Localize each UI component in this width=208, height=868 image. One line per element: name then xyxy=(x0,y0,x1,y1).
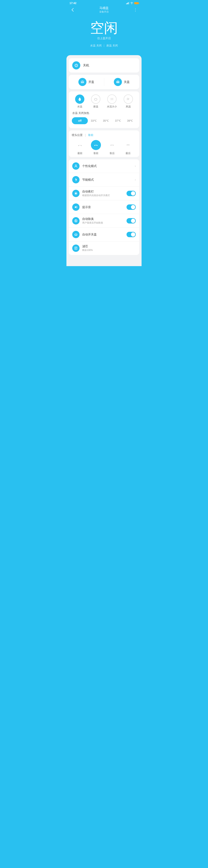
power-row[interactable]: 关机 xyxy=(69,58,139,72)
nozzle-title: 喷头位置 xyxy=(72,133,82,137)
feature-seat-item[interactable]: 座温 xyxy=(91,94,100,108)
status-bar: 17:42 xyxy=(66,0,142,5)
settings-auto-lid[interactable]: 自动开关盖 xyxy=(69,228,139,242)
open-lid-button[interactable]: 开盖 xyxy=(69,75,104,89)
power-icon xyxy=(72,61,80,69)
more-button[interactable]: ⋮ xyxy=(132,7,138,13)
sound-toggle[interactable] xyxy=(127,205,136,210)
close-lid-label: 关盖 xyxy=(124,80,130,84)
temp-35-button[interactable]: 35℃ xyxy=(100,117,112,124)
water-temp-section-label: 水温 关闭加热 xyxy=(72,112,136,115)
svg-rect-7 xyxy=(95,100,97,100)
nozzle-card: 喷头位置 | 靠前 最前 xyxy=(69,130,139,157)
svg-point-19 xyxy=(75,165,77,166)
temp-row: off 33℃ 35℃ 37℃ 39℃ xyxy=(72,117,136,124)
svg-rect-13 xyxy=(94,145,96,146)
open-lid-icon xyxy=(78,78,86,86)
hero-info: 水温 关闭 | 座温 关闭 xyxy=(66,44,142,48)
status-icons xyxy=(126,2,138,4)
main-content: 关机 开盖 xyxy=(66,55,142,266)
svg-rect-11 xyxy=(78,145,79,146)
settings-filter[interactable]: 滤芯 剩余100% xyxy=(69,242,139,255)
svg-rect-24 xyxy=(74,235,77,236)
auto-lid-title: 自动开关盖 xyxy=(82,233,124,237)
auto-lid-icon xyxy=(72,231,79,238)
nozzle-pos-last[interactable]: 最后 xyxy=(123,140,133,155)
sound-text: 提示音 xyxy=(82,206,124,209)
svg-rect-15 xyxy=(110,145,112,146)
nozzle-positions: 最前 靠前 靠后 xyxy=(72,140,136,155)
deodorize-text: 自动除臭 用户落座后开始除臭 xyxy=(82,217,124,224)
close-lid-icon xyxy=(114,78,122,86)
nozzle-current: 靠前 xyxy=(88,133,94,137)
nozzle-first-label: 最前 xyxy=(77,152,82,155)
personal-mode-right: › xyxy=(135,164,136,168)
nozzle-pos-near-front[interactable]: 靠前 xyxy=(91,140,101,155)
svg-rect-26 xyxy=(75,248,77,248)
svg-rect-14 xyxy=(96,145,98,146)
deodorize-right[interactable] xyxy=(127,218,136,223)
info-divider: | xyxy=(104,44,104,47)
water-label: 水温 xyxy=(77,105,82,108)
power-label: 关机 xyxy=(83,63,89,67)
deodorize-title: 自动除臭 xyxy=(82,217,124,221)
signal-icon xyxy=(126,2,129,4)
nozzle-near-back-icon xyxy=(107,140,117,150)
svg-rect-28 xyxy=(75,249,76,249)
night-light-right[interactable] xyxy=(127,191,136,196)
filter-subtitle: 剩余100% xyxy=(82,249,133,252)
svg-rect-17 xyxy=(127,145,128,146)
night-light-text: 自动夜灯 根据室内光线自动开关夜灯 xyxy=(82,190,124,197)
svg-point-8 xyxy=(111,98,111,99)
settings-personal-mode[interactable]: 个性化模式 › xyxy=(69,159,139,173)
feature-water-item[interactable]: 水温 xyxy=(75,94,84,108)
night-light-toggle[interactable] xyxy=(127,191,136,196)
close-lid-button[interactable]: 关盖 xyxy=(104,75,139,89)
feature-icons-row: 水温 座温 xyxy=(72,94,136,108)
sound-title: 提示音 xyxy=(82,206,124,209)
water-icon xyxy=(75,94,84,104)
temp-39-button[interactable]: 39℃ xyxy=(124,117,136,124)
lid-row: 开盖 关盖 xyxy=(69,75,139,89)
lid-card: 开盖 关盖 xyxy=(69,75,139,89)
temp-off-button[interactable]: off xyxy=(72,117,88,124)
filter-icon xyxy=(72,245,79,252)
settings-night-light[interactable]: 自动夜灯 根据室内光线自动开关夜灯 xyxy=(69,187,139,200)
seat-icon xyxy=(91,94,100,104)
energy-saving-title: 节能模式 xyxy=(82,178,132,182)
auto-lid-toggle[interactable] xyxy=(127,232,136,237)
settings-energy-saving[interactable]: 节能模式 › xyxy=(69,173,139,187)
hero-subtitle: 仅上盖开启 xyxy=(66,37,142,40)
flow-label: 水流大小 xyxy=(107,105,117,108)
night-light-icon xyxy=(72,190,79,197)
svg-rect-16 xyxy=(112,145,114,146)
nozzle-last-icon xyxy=(123,140,133,150)
svg-point-9 xyxy=(112,98,112,99)
night-light-subtitle: 根据室内光线自动开关夜灯 xyxy=(82,194,124,197)
svg-rect-5 xyxy=(116,82,119,83)
feature-wind-item[interactable]: 风温 xyxy=(124,94,133,108)
auto-lid-text: 自动开关盖 xyxy=(82,233,124,237)
wind-icon xyxy=(124,94,133,104)
deodorize-icon xyxy=(72,217,79,224)
deodorize-toggle[interactable] xyxy=(127,218,136,223)
nav-title: 马桶盖 设备开启 xyxy=(76,6,132,13)
temp-37-button[interactable]: 37℃ xyxy=(112,117,124,124)
back-button[interactable] xyxy=(70,7,76,13)
svg-rect-2 xyxy=(128,2,129,4)
auto-lid-right[interactable] xyxy=(127,232,136,237)
bottom-spacer xyxy=(69,257,139,263)
nozzle-pos-first[interactable]: 最前 xyxy=(75,140,85,155)
svg-rect-12 xyxy=(80,145,82,146)
sound-right[interactable] xyxy=(127,205,136,210)
wind-label: 风温 xyxy=(126,105,131,108)
settings-deodorize[interactable]: 自动除臭 用户落座后开始除臭 xyxy=(69,214,139,228)
settings-sound[interactable]: 提示音 xyxy=(69,200,139,214)
svg-point-20 xyxy=(75,193,77,194)
feature-flow-item[interactable]: 水流大小 xyxy=(107,94,117,108)
night-light-title: 自动夜灯 xyxy=(82,190,124,193)
temp-33-button[interactable]: 33℃ xyxy=(88,117,100,124)
nozzle-pos-near-back[interactable]: 靠后 xyxy=(107,140,117,155)
svg-rect-1 xyxy=(127,3,128,4)
svg-marker-21 xyxy=(75,206,76,208)
